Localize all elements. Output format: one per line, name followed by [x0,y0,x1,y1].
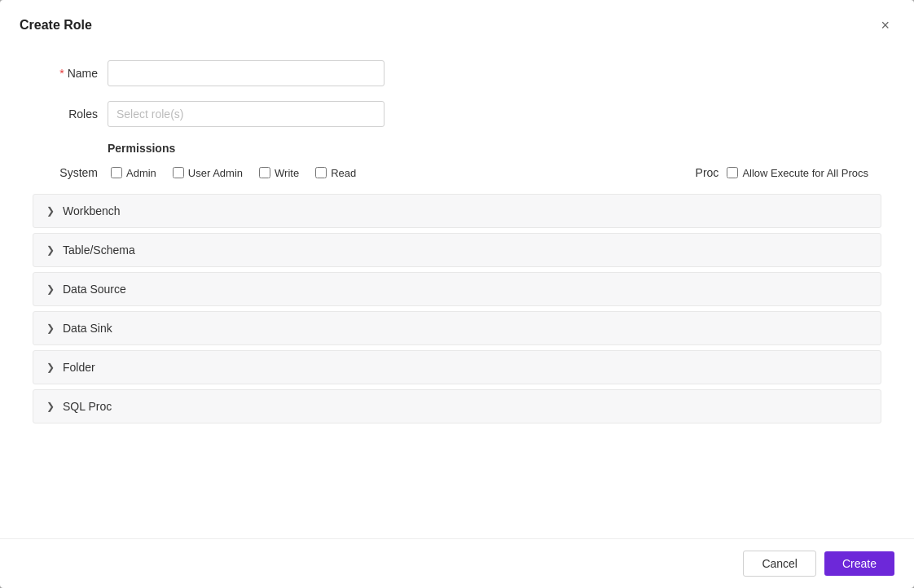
name-row: *Name [33,60,881,86]
name-input[interactable] [108,60,384,86]
name-label: *Name [33,67,98,80]
accordion-item-datasource: ❯ Data Source [33,272,881,306]
proc-label: Proc [696,166,719,179]
accordion-item-folder: ❯ Folder [33,350,881,384]
accordion-header-sqlproc[interactable]: ❯ SQL Proc [33,390,881,423]
roles-input[interactable] [108,101,384,127]
create-role-dialog: Create Role × *Name Roles Permissions [0,0,914,588]
chevron-right-icon: ❯ [46,323,55,334]
read-label: Read [331,167,356,179]
chevron-right-icon: ❯ [46,401,55,412]
accordion-header-datasource[interactable]: ❯ Data Source [33,273,881,305]
dialog-header: Create Role × [0,0,914,47]
cancel-button[interactable]: Cancel [743,551,816,577]
admin-checkbox[interactable] [111,167,122,178]
chevron-right-icon: ❯ [46,244,55,256]
required-star: * [59,67,64,80]
read-checkbox-item: Read [315,167,356,179]
accordion-item-datasink: ❯ Data Sink [33,311,881,345]
proc-section: Proc Allow Execute for All Procs [696,166,881,179]
dialog-body: *Name Roles Permissions System Admin [0,47,914,538]
accordion-item-tableschema: ❯ Table/Schema [33,233,881,267]
write-label: Write [275,167,299,179]
accordion-header-folder[interactable]: ❯ Folder [33,351,881,384]
read-checkbox[interactable] [315,167,327,178]
write-checkbox-item: Write [259,167,299,179]
accordion-item-workbench: ❯ Workbench [33,194,881,228]
chevron-right-icon: ❯ [46,283,55,295]
accordion-item-sqlproc: ❯ SQL Proc [33,389,881,423]
accordion-label-folder: Folder [63,361,95,374]
accordion-label-datasource: Data Source [63,283,126,296]
accordion-label-datasink: Data Sink [63,322,112,335]
allow-exec-checkbox[interactable] [727,167,738,178]
dialog-title: Create Role [20,18,92,33]
chevron-right-icon: ❯ [46,362,55,373]
write-checkbox[interactable] [259,167,270,178]
permissions-section: Permissions System Admin User Admin Writ [33,142,881,423]
close-button[interactable]: × [876,16,894,34]
permissions-title: Permissions [108,142,881,155]
useradmin-checkbox[interactable] [173,167,184,178]
system-permissions-row: System Admin User Admin Write [33,166,881,179]
accordion-header-datasink[interactable]: ❯ Data Sink [33,312,881,344]
useradmin-label: User Admin [188,167,243,179]
accordion-list: ❯ Workbench ❯ Table/Schema ❯ Dat [33,194,881,423]
create-button[interactable]: Create [824,551,894,576]
chevron-right-icon: ❯ [46,205,55,217]
accordion-label-tableschema: Table/Schema [63,244,135,257]
admin-label: Admin [126,167,156,179]
dialog-footer: Cancel Create [0,538,914,588]
roles-row: Roles [33,101,881,127]
useradmin-checkbox-item: User Admin [173,167,243,179]
accordion-label-sqlproc: SQL Proc [63,400,112,413]
system-label: System [33,166,98,179]
allow-exec-checkbox-item: Allow Execute for All Procs [727,167,868,179]
accordion-label-workbench: Workbench [63,204,121,217]
admin-checkbox-item: Admin [111,167,156,179]
accordion-header-workbench[interactable]: ❯ Workbench [33,195,881,227]
allow-exec-label: Allow Execute for All Procs [742,167,868,179]
accordion-header-tableschema[interactable]: ❯ Table/Schema [33,234,881,266]
roles-label: Roles [33,108,98,121]
